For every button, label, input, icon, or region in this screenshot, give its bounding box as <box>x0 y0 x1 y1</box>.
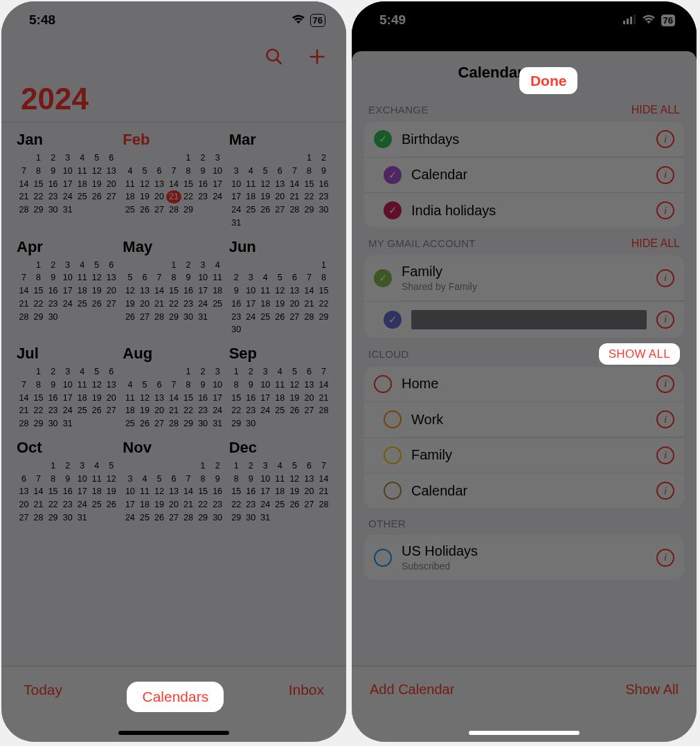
check-dot-icon[interactable]: ✓ <box>384 311 402 329</box>
done-button[interactable]: Done <box>519 67 578 94</box>
check-dot-icon[interactable]: ✓ <box>384 201 402 219</box>
svg-rect-8 <box>623 21 625 24</box>
calendar-row[interactable]: US HolidaysSubscribedi <box>364 535 684 580</box>
info-icon[interactable]: i <box>656 482 674 500</box>
add-calendar-button[interactable]: Add Calendar <box>370 682 454 698</box>
section-action-button[interactable]: HIDE ALL <box>631 237 680 250</box>
section-title: OTHER <box>368 518 406 529</box>
search-icon[interactable] <box>264 47 284 69</box>
home-indicator[interactable] <box>118 731 229 735</box>
info-icon[interactable]: i <box>656 549 674 567</box>
check-dot-icon[interactable]: ✓ <box>384 166 402 184</box>
month-label: Dec <box>229 439 331 457</box>
redacted-label <box>411 310 647 329</box>
calendar-label: Family <box>411 447 647 463</box>
check-dot-icon[interactable]: ✓ <box>374 269 392 287</box>
section-header: MY GMAIL ACCOUNTHIDE ALL <box>364 228 684 255</box>
calendar-row[interactable]: ✓i <box>364 301 684 338</box>
info-icon[interactable]: i <box>656 311 674 329</box>
svg-rect-10 <box>630 17 632 24</box>
status-right: 76 <box>287 12 325 28</box>
today-button[interactable]: Today <box>24 682 62 698</box>
year-heading: 2024 <box>1 78 346 122</box>
info-icon[interactable]: i <box>656 410 674 428</box>
month-mar[interactable]: Mar 123456789101112131415161718192021222… <box>229 125 331 230</box>
info-icon[interactable]: i <box>656 201 674 219</box>
info-icon[interactable]: i <box>656 130 674 148</box>
done-wrap: Done <box>519 73 578 89</box>
month-aug[interactable]: Aug 123456789101112131415161718192021222… <box>123 339 224 430</box>
svg-rect-11 <box>634 15 636 24</box>
section-action-button[interactable]: SHOW ALL <box>599 343 680 365</box>
ring-icon[interactable] <box>384 410 402 428</box>
calendar-row[interactable]: ✓Calendari <box>364 157 684 192</box>
section-header: EXCHANGEHIDE ALL <box>364 94 684 122</box>
sheet-screen: 5:49 76 Calendars Done EXCHANGEHIDE ALL✓… <box>352 1 697 742</box>
inbox-button[interactable]: Inbox <box>289 682 324 698</box>
days-grid: 1234567891011121314151617181920212223242… <box>17 259 118 324</box>
year-grid[interactable]: Jan 123456789101112131415161718192021222… <box>1 125 346 525</box>
section-action-button[interactable]: HIDE ALL <box>631 104 680 116</box>
calendar-label: Work <box>411 412 647 428</box>
show-all-button[interactable]: Show All <box>625 682 679 698</box>
info-icon[interactable]: i <box>656 269 674 287</box>
month-label: Mar <box>229 131 331 149</box>
month-label: Jun <box>229 238 331 256</box>
month-dec[interactable]: Dec1234567891011121314151617181920212223… <box>229 433 331 525</box>
month-label: Apr <box>17 238 118 256</box>
add-event-icon[interactable] <box>307 47 327 69</box>
calendar-row[interactable]: Calendari <box>364 473 684 508</box>
calendar-row[interactable]: ✓FamilyShared by Familyi <box>364 255 684 300</box>
wifi-icon <box>291 12 305 28</box>
ring-icon[interactable] <box>374 375 392 393</box>
info-icon[interactable]: i <box>656 375 674 393</box>
month-may[interactable]: May 123456789101112131415161718192021222… <box>123 233 224 337</box>
month-sep[interactable]: Sep1234567891011121314151617181920212223… <box>229 339 331 430</box>
ring-icon[interactable] <box>384 446 402 464</box>
month-label: Sep <box>229 345 331 363</box>
home-indicator[interactable] <box>469 731 580 735</box>
check-dot-icon[interactable]: ✓ <box>374 130 392 148</box>
battery-indicator: 76 <box>310 14 325 27</box>
svg-line-5 <box>277 60 282 64</box>
section-card: HomeiWorkiFamilyiCalendari <box>364 367 684 509</box>
calendar-row[interactable]: ✓Birthdaysi <box>364 122 684 156</box>
info-icon[interactable]: i <box>656 446 674 464</box>
calendar-row[interactable]: Familyi <box>364 437 684 473</box>
status-right: 76 <box>623 12 676 28</box>
phone-calendars-sheet: 5:49 76 Calendars Done EXCHANGEHIDE ALL✓… <box>352 1 697 742</box>
wifi-icon <box>642 12 656 28</box>
battery-indicator: 76 <box>661 14 676 27</box>
ring-icon[interactable] <box>384 482 402 500</box>
info-icon[interactable]: i <box>656 166 674 184</box>
status-bar: 5:49 76 <box>352 1 697 39</box>
month-nov[interactable]: Nov 123456789101112131415161718192021222… <box>123 433 224 525</box>
month-jun[interactable]: Jun 123456789101112131415161718192021222… <box>229 233 331 337</box>
calendar-row[interactable]: Homei <box>364 367 684 401</box>
month-apr[interactable]: Apr 123456789101112131415161718192021222… <box>17 233 118 337</box>
days-grid: 1234567891011121314151617181920212223242… <box>123 365 224 430</box>
month-label: Aug <box>123 345 224 363</box>
section-header: OTHER <box>364 508 684 535</box>
days-grid: 1234567891011121314151617181920212223242… <box>123 460 224 525</box>
month-label: Jul <box>17 345 118 363</box>
calendar-label: Calendar <box>411 483 647 499</box>
calendars-button[interactable]: Calendars <box>127 682 224 712</box>
calendar-label: Calendar <box>411 167 647 183</box>
ring-icon[interactable] <box>374 549 392 567</box>
calendar-row[interactable]: Worki <box>364 401 684 437</box>
section-card: ✓FamilyShared by Familyi✓i <box>364 255 684 338</box>
sheet-body[interactable]: EXCHANGEHIDE ALL✓Birthdaysi✓Calendari✓In… <box>352 94 697 663</box>
calendar-sublabel: Subscribed <box>402 561 647 572</box>
calendar-row[interactable]: ✓India holidaysi <box>364 192 684 228</box>
month-feb[interactable]: Feb 123456789101112131415161718192021222… <box>123 125 224 230</box>
month-jan[interactable]: Jan 123456789101112131415161718192021222… <box>17 125 118 230</box>
month-label: Jan <box>17 131 118 149</box>
calendar-label: Birthdays <box>402 131 647 147</box>
month-jul[interactable]: Jul 123456789101112131415161718192021222… <box>17 339 118 430</box>
month-oct[interactable]: Oct 123456789101112131415161718192021222… <box>17 433 118 525</box>
year-screen: 5:48 76 2024 Jan 12345678910111213141516… <box>1 1 346 742</box>
days-grid: 1234567891011121314151617181920212223242… <box>229 365 331 430</box>
svg-rect-9 <box>627 19 629 24</box>
calendar-label: Home <box>402 376 647 392</box>
